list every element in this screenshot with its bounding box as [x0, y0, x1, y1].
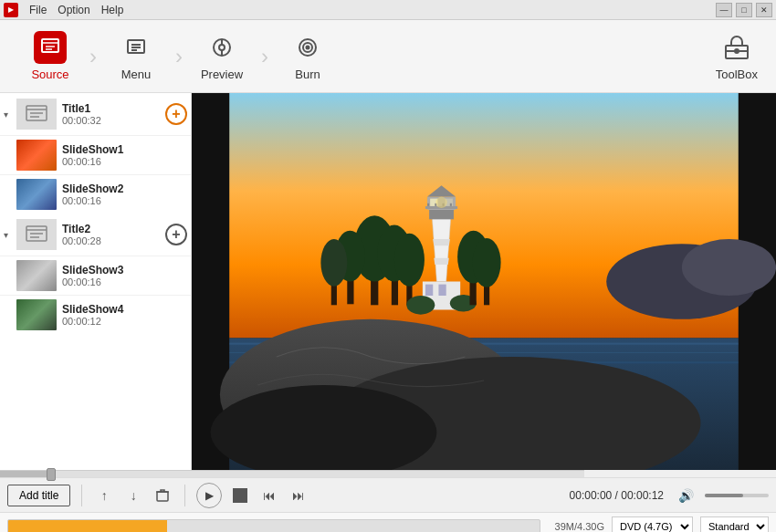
- menu-file[interactable]: File: [29, 4, 47, 16]
- preview-icon: [205, 31, 238, 64]
- preview-image: [192, 93, 776, 470]
- add-title-button[interactable]: Add title: [7, 485, 70, 506]
- menu-icon-bg: [120, 31, 152, 64]
- volume-fill: [705, 494, 743, 497]
- bottom-controls: Add title ↑ ↓ ▶ ⏮ ⏭ 00:00:00 / 00:00:12 …: [0, 477, 776, 512]
- tree-parent-title2[interactable]: ▾ Title2 00:00:28 +: [0, 214, 191, 256]
- nav-bar: Source › Menu ›: [0, 20, 776, 93]
- svg-rect-44: [438, 285, 446, 296]
- progress-fill: [0, 471, 47, 477]
- slideshow2-name: SlideShow2: [62, 183, 187, 195]
- move-up-button[interactable]: ↑: [93, 485, 115, 506]
- slideshow3-name: SlideShow3: [62, 264, 187, 276]
- menu-label: Menu: [121, 68, 152, 81]
- disc-type-select[interactable]: DVD (4.7G) DVD (8.5G) Blu-ray 25G: [612, 516, 693, 533]
- toolbox-icon: [720, 31, 753, 64]
- svg-point-24: [682, 239, 776, 296]
- thumb-title2: [16, 219, 57, 250]
- nav-toolbox[interactable]: ToolBox: [716, 31, 767, 81]
- info-slideshow4: SlideShow4 00:00:12: [62, 303, 187, 327]
- progress-track-bar[interactable]: [0, 470, 584, 477]
- nav-burn[interactable]: Burn: [267, 24, 349, 89]
- sidebar: ▾ Title1 00:00:32 +: [0, 93, 192, 470]
- source-icon: [34, 31, 67, 64]
- svg-point-55: [435, 197, 446, 208]
- nav-source[interactable]: Source: [9, 24, 91, 89]
- svg-rect-51: [427, 203, 429, 206]
- preview-label: Preview: [201, 68, 243, 81]
- menu-bar: File Option Help: [29, 4, 123, 16]
- thumb-slideshow2: [16, 179, 57, 210]
- info-slideshow2: SlideShow2 00:00:16: [62, 183, 187, 206]
- tree-info-title2: Title2 00:00:28: [62, 223, 165, 246]
- svg-point-61: [473, 238, 501, 287]
- slideshow3-duration: 00:00:16: [62, 276, 187, 287]
- delete-button[interactable]: [152, 485, 173, 506]
- add-btn-title2[interactable]: +: [165, 224, 187, 245]
- preview-area: [192, 93, 776, 470]
- svg-point-56: [406, 296, 435, 315]
- svg-rect-54: [450, 203, 452, 206]
- title-bar: File Option Help — □ ✕: [0, 0, 776, 20]
- burn-progress: [7, 519, 540, 533]
- tree-child-slideshow4[interactable]: SlideShow4 00:00:12: [0, 295, 191, 334]
- title2-duration: 00:00:28: [62, 235, 165, 246]
- move-down-button[interactable]: ↓: [122, 485, 144, 506]
- menu-help[interactable]: Help: [101, 4, 124, 16]
- control-separator-1: [81, 485, 82, 506]
- control-separator-2: [184, 485, 185, 506]
- tree-child-slideshow3[interactable]: SlideShow3 00:00:16: [0, 256, 191, 295]
- next-button[interactable]: ⏭: [288, 485, 309, 506]
- burn-icon: [291, 31, 324, 64]
- source-label: Source: [31, 68, 68, 81]
- volume-slider[interactable]: [705, 494, 769, 497]
- svg-point-37: [394, 234, 425, 287]
- tree-child-slideshow1[interactable]: SlideShow1 00:00:16: [0, 135, 191, 174]
- thumb-slideshow4: [16, 299, 57, 330]
- stop-icon: [233, 488, 247, 503]
- title1-name: Title1: [62, 102, 165, 115]
- svg-point-41: [320, 239, 347, 287]
- tree-child-slideshow2[interactable]: SlideShow2 00:00:16: [0, 174, 191, 214]
- nav-menu[interactable]: Menu: [95, 24, 177, 89]
- tree-info-title1: Title1 00:00:32: [62, 102, 165, 126]
- slideshow4-duration: 00:00:12: [62, 316, 187, 327]
- menu-option[interactable]: Option: [58, 4, 89, 16]
- burn-progress-fill: [8, 520, 167, 533]
- prev-button[interactable]: ⏮: [258, 485, 280, 506]
- menu-icon: [120, 31, 152, 64]
- main-area: ▾ Title1 00:00:32 +: [0, 93, 776, 470]
- tree-group-title2: ▾ Title2 00:00:28 +: [0, 214, 191, 334]
- play-button[interactable]: ▶: [196, 483, 222, 508]
- svg-rect-62: [157, 492, 168, 501]
- toolbox-label: ToolBox: [716, 68, 758, 81]
- preview-icon-bg: [205, 31, 238, 64]
- title1-duration: 00:00:32: [62, 115, 165, 126]
- nav-preview[interactable]: Preview: [181, 24, 263, 89]
- quality-select[interactable]: Standard High Custom: [700, 516, 769, 533]
- minimize-button[interactable]: —: [716, 3, 732, 17]
- slideshow4-name: SlideShow4: [62, 303, 187, 316]
- svg-rect-0: [42, 39, 58, 52]
- svg-point-9: [219, 45, 225, 50]
- source-icon-bg: [34, 31, 67, 64]
- svg-point-14: [307, 47, 309, 49]
- chevron-title1: ▾: [4, 110, 15, 120]
- burn-label: Burn: [295, 68, 320, 81]
- progress-handle[interactable]: [47, 468, 56, 481]
- nav-items: Source › Menu ›: [9, 24, 716, 89]
- tree-group-title1: ▾ Title1 00:00:32 +: [0, 93, 191, 214]
- stop-button[interactable]: [229, 485, 251, 506]
- burn-icon-bg: [291, 31, 324, 64]
- close-button[interactable]: ✕: [756, 3, 772, 17]
- tree-parent-title1[interactable]: ▾ Title1 00:00:32 +: [0, 93, 191, 135]
- volume-icon: 🔊: [678, 488, 694, 503]
- svg-rect-43: [425, 285, 433, 296]
- maximize-button[interactable]: □: [736, 3, 752, 17]
- title-bar-left: File Option Help: [4, 3, 123, 17]
- thumb-slideshow3: [16, 260, 57, 291]
- title2-name: Title2: [62, 223, 165, 235]
- add-btn-title1[interactable]: +: [165, 103, 187, 125]
- info-slideshow3: SlideShow3 00:00:16: [62, 264, 187, 287]
- time-display: 00:00:00 / 00:00:12: [570, 489, 664, 502]
